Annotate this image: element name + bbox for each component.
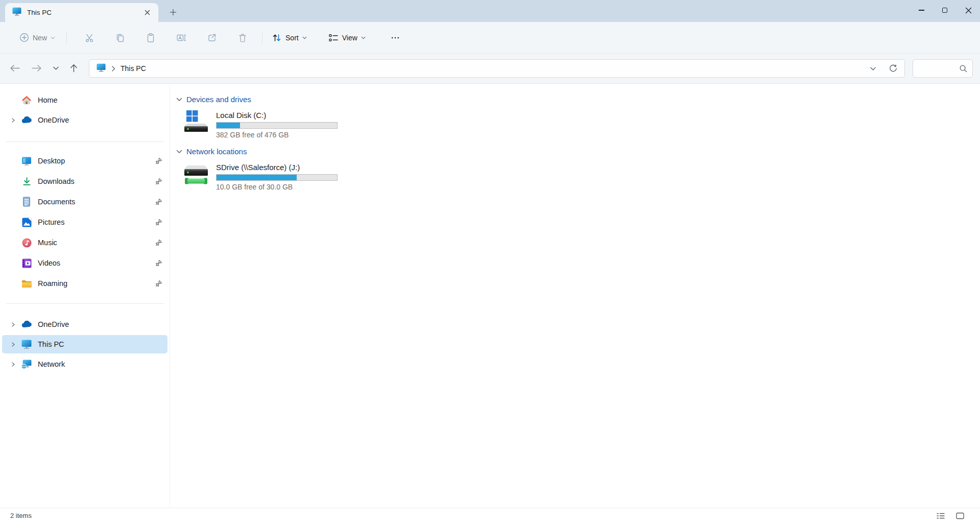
sidebar-item-network[interactable]: Network (2, 355, 168, 373)
plus-circle-icon (19, 33, 29, 42)
sidebar-divider (6, 303, 163, 304)
drive-local-disk-c[interactable]: Local Disk (C:) 382 GB free of 476 GB (182, 109, 338, 139)
sidebar-item-downloads[interactable]: Downloads (2, 172, 168, 191)
new-button[interactable]: New (15, 29, 59, 47)
pin-icon[interactable] (155, 178, 162, 185)
up-button[interactable] (65, 59, 82, 77)
view-button[interactable]: View (323, 29, 371, 47)
trash-icon (237, 33, 248, 43)
expand-chevron-icon[interactable] (8, 322, 18, 327)
pin-icon[interactable] (155, 280, 162, 287)
pictures-icon (20, 218, 33, 227)
desktop-icon (20, 156, 33, 165)
drive-free-space: 382 GB free of 476 GB (216, 131, 338, 139)
sort-button-label: Sort (285, 34, 299, 42)
file-explorer-window: This PC New (0, 0, 980, 523)
sidebar-item-pictures[interactable]: Pictures (2, 213, 168, 231)
toolbar-divider (262, 31, 262, 44)
tab-this-pc[interactable]: This PC (5, 3, 158, 22)
expand-chevron-icon[interactable] (8, 342, 18, 347)
search-icon (959, 64, 967, 73)
share-button[interactable] (197, 28, 227, 48)
section-title: Network locations (186, 147, 247, 156)
pin-icon[interactable] (155, 259, 162, 267)
more-options-button[interactable] (385, 28, 405, 48)
chevron-down-icon (302, 36, 307, 39)
network-drive-icon (182, 163, 210, 186)
status-bar: 2 items (0, 508, 980, 523)
close-icon (965, 7, 972, 14)
large-thumbnails-view-toggle[interactable] (954, 510, 966, 521)
new-tab-button[interactable] (166, 6, 180, 19)
back-button[interactable] (6, 59, 23, 77)
sidebar-item-label: This PC (38, 340, 64, 348)
expand-chevron-icon[interactable] (8, 362, 18, 367)
maximize-button[interactable] (933, 0, 957, 20)
network-icon (20, 360, 33, 369)
collapse-chevron-icon[interactable] (176, 150, 182, 154)
sidebar-item-home[interactable]: Home (2, 91, 168, 109)
minimize-button[interactable] (910, 0, 933, 20)
sidebar-item-desktop[interactable]: Desktop (2, 152, 168, 170)
toolbar: New Sort (0, 22, 980, 54)
sidebar-item-documents[interactable]: Documents (2, 193, 168, 211)
sidebar-item-label: Network (38, 360, 65, 368)
forward-button[interactable] (28, 59, 45, 77)
items-count: 2 items (10, 512, 32, 519)
back-arrow-icon (10, 64, 20, 72)
local-disk-icon (182, 109, 210, 133)
drive-sdrive-j[interactable]: SDrive (\\Salesforce) (J:) 10.0 GB free … (182, 161, 338, 191)
details-view-icon (936, 511, 945, 520)
close-button[interactable] (957, 0, 980, 20)
sidebar-item-label: Downloads (38, 177, 75, 185)
address-bar[interactable]: This PC (89, 59, 905, 78)
sidebar-item-label: Documents (38, 198, 75, 206)
rename-button[interactable] (166, 28, 197, 48)
sidebar-item-label: OneDrive (38, 116, 69, 124)
pin-icon[interactable] (155, 198, 162, 205)
expand-chevron-icon[interactable] (8, 117, 18, 123)
pin-icon[interactable] (155, 219, 162, 226)
rename-icon (176, 33, 186, 43)
sidebar-item-onedrive[interactable]: OneDrive (2, 111, 168, 129)
tab-close-icon[interactable] (141, 7, 153, 19)
copy-button[interactable] (105, 28, 135, 48)
search-input[interactable] (913, 59, 973, 78)
sidebar-item-label: Roaming (38, 279, 67, 288)
sort-button[interactable]: Sort (267, 29, 312, 47)
share-icon (207, 33, 217, 43)
onedrive-cloud-icon (20, 116, 33, 124)
collapse-chevron-icon[interactable] (176, 98, 182, 102)
minimize-icon (919, 10, 924, 10)
drive-name: SDrive (\\Salesforce) (J:) (216, 162, 338, 172)
chevron-down-icon (53, 66, 59, 70)
sidebar-item-this-pc[interactable]: This PC (2, 335, 168, 353)
pin-icon[interactable] (155, 239, 162, 246)
paste-button[interactable] (135, 28, 166, 48)
sidebar-item-videos[interactable]: Videos (2, 254, 168, 272)
command-band: New Sort (0, 22, 980, 84)
section-header-network-locations[interactable]: Network locations (176, 147, 247, 156)
recent-locations-button[interactable] (49, 59, 62, 77)
delete-button[interactable] (227, 28, 258, 48)
chevron-down-icon (361, 36, 366, 39)
details-view-toggle[interactable] (935, 510, 946, 521)
sidebar-item-roaming[interactable]: Roaming (2, 274, 168, 293)
capacity-bar-fill (217, 123, 240, 128)
downloads-icon (20, 177, 33, 186)
address-dropdown-button[interactable] (866, 61, 880, 76)
refresh-button[interactable] (886, 61, 900, 76)
view-button-label: View (342, 34, 357, 42)
tab-bar: This PC (0, 0, 980, 22)
section-title: Devices and drives (186, 95, 251, 104)
sidebar-item-music[interactable]: Music (2, 233, 168, 252)
ellipsis-icon (391, 33, 400, 42)
sidebar-item-onedrive-2[interactable]: OneDrive (2, 315, 168, 334)
pin-icon[interactable] (155, 157, 162, 164)
section-header-devices-and-drives[interactable]: Devices and drives (176, 95, 251, 104)
chevron-down-icon (51, 36, 55, 39)
chevron-down-icon (870, 67, 876, 70)
breadcrumb-location[interactable]: This PC (121, 64, 146, 73)
cut-button[interactable] (74, 28, 105, 48)
sidebar-item-label: Videos (38, 259, 60, 267)
